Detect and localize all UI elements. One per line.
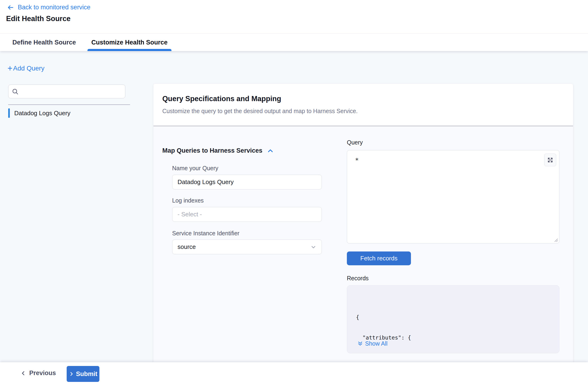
service-instance-identifier-select[interactable]: source [172, 240, 322, 254]
back-to-monitored-service-link[interactable]: Back to monitored service [7, 4, 90, 11]
chevron-up-icon[interactable] [267, 148, 274, 154]
log-indexes-label: Log indexes [172, 197, 204, 204]
records-panel: { "attributes": { "attributes": { "date"… [347, 285, 560, 353]
add-query-button[interactable]: + Add Query [7, 64, 44, 73]
page-footer: Previous Submit [0, 362, 588, 384]
chevron-right-icon [69, 371, 74, 377]
sidebar-divider [8, 104, 130, 105]
card-subtitle: Customize the query to get the desired o… [162, 108, 358, 114]
search-input[interactable] [21, 88, 122, 95]
back-link-label: Back to monitored service [18, 4, 90, 11]
page-title: Edit Health Source [6, 15, 71, 23]
double-chevron-down-icon [357, 341, 363, 346]
tab-label: Define Health Source [12, 39, 76, 46]
tab-bar: Define Health Source Customize Health So… [0, 33, 588, 51]
query-list-item-datadog-logs-query[interactable]: Datadog Logs Query [8, 108, 70, 118]
tab-customize-health-source[interactable]: Customize Health Source [87, 34, 172, 51]
query-search-box [8, 85, 125, 98]
query-specifications-card: Query Specifications and Mapping Customi… [153, 84, 573, 362]
show-all-link[interactable]: Show All [357, 340, 388, 347]
expand-query-button[interactable] [544, 154, 556, 166]
submit-button[interactable]: Submit [67, 366, 99, 382]
records-label: Records [347, 275, 369, 282]
plus-icon: + [7, 64, 12, 73]
query-textarea[interactable]: * [347, 150, 559, 243]
tab-label: Customize Health Source [91, 39, 168, 46]
expand-arrows-icon [547, 157, 553, 163]
map-queries-section-header: Map Queries to Harness Services [162, 147, 274, 154]
show-all-label: Show All [365, 340, 388, 347]
active-tab-underline [87, 49, 172, 51]
service-instance-identifier-label: Service Instance Identifier [172, 230, 239, 237]
card-title: Query Specifications and Mapping [162, 95, 281, 103]
query-editor: * [347, 150, 560, 244]
arrow-left-icon [7, 4, 15, 11]
previous-label: Previous [29, 369, 56, 377]
add-query-label: Add Query [13, 65, 44, 72]
query-item-label: Datadog Logs Query [14, 110, 70, 117]
select-value: source [178, 243, 310, 250]
page-header: Back to monitored service Edit Health So… [0, 0, 588, 51]
resize-grip-icon[interactable] [553, 237, 558, 242]
tab-define-health-source[interactable]: Define Health Source [8, 34, 80, 51]
name-your-query-label: Name your Query [172, 165, 218, 172]
search-icon [12, 88, 19, 95]
content-area: + Add Query Datadog Logs Query Query Spe… [0, 51, 588, 362]
log-indexes-input[interactable] [172, 207, 322, 222]
query-name-input[interactable] [172, 175, 322, 189]
query-label: Query [347, 139, 363, 146]
submit-label: Submit [76, 370, 98, 378]
json-line: { [356, 314, 447, 321]
edit-health-source-page: Back to monitored service Edit Health So… [0, 0, 588, 384]
fetch-records-button[interactable]: Fetch records [347, 251, 411, 265]
previous-button[interactable]: Previous [21, 362, 56, 384]
chevron-down-icon [310, 244, 316, 250]
chevron-left-icon [21, 370, 26, 376]
selected-indicator-bar [8, 108, 10, 118]
map-queries-section-title: Map Queries to Harness Services [162, 147, 262, 154]
